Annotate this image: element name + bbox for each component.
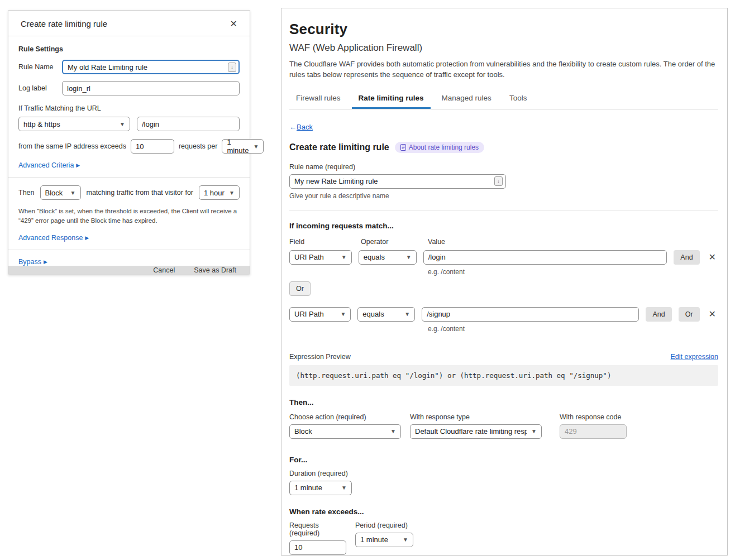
dialog-body: Rule Settings Rule Name ↓ Log label If T…: [8, 36, 250, 266]
chevron-down-icon: ▼: [406, 254, 412, 260]
then-heading: Then...: [289, 398, 718, 406]
choose-action-value: Block: [294, 427, 312, 435]
block-note: When “Block” is set, when the threshold …: [18, 207, 240, 226]
save-as-draft-button[interactable]: Save as Draft: [194, 266, 236, 274]
and-button[interactable]: And: [674, 250, 699, 265]
condition-row: URI Path ▼ equals ▼ And Or ✕: [289, 307, 718, 322]
rule-name-label: Rule Name: [18, 63, 62, 71]
triangle-right-icon: ▶: [76, 162, 80, 168]
bypass-link[interactable]: Bypass ▶: [18, 258, 47, 266]
or-button[interactable]: Or: [679, 307, 700, 322]
field-select[interactable]: URI Path ▼: [289, 307, 351, 322]
advanced-response-label: Advanced Response: [18, 234, 83, 242]
expression-preview-box: (http.request.uri.path eq "/login") or (…: [289, 365, 718, 386]
scheme-select[interactable]: http & https ▼: [18, 117, 130, 131]
operator-select-value: equals: [364, 253, 385, 261]
triangle-right-icon: ▶: [44, 259, 47, 265]
url-input[interactable]: [137, 117, 240, 131]
period-select[interactable]: 1 minute ▼: [222, 139, 264, 154]
field-column-label: Field: [289, 238, 354, 246]
dialog-title: Create rate limiting rule: [21, 19, 107, 28]
duration-value: 1 minute: [294, 484, 322, 492]
chevron-down-icon: ▼: [340, 311, 346, 317]
back-arrow-icon: ←: [289, 123, 297, 131]
response-type-value: Default Cloudflare rate limiting respons…: [415, 427, 527, 435]
action-select[interactable]: Block ▼: [40, 185, 81, 200]
rate-period-label: Period (required): [355, 521, 413, 529]
value-input[interactable]: [423, 250, 667, 265]
period-select-value: 1 minute: [227, 138, 249, 155]
block-duration-value: 1 hour: [204, 189, 225, 197]
operator-select[interactable]: equals ▼: [359, 250, 417, 265]
requests-threshold-input[interactable]: [131, 139, 174, 154]
divider: [289, 210, 718, 210]
tab-rate-limiting-rules[interactable]: Rate limiting rules: [352, 89, 431, 109]
security-waf-panel: Security WAF (Web Application Firewall) …: [281, 8, 728, 556]
rule-name-help: Give your rule a descriptive name: [289, 192, 718, 200]
or-connector-button[interactable]: Or: [289, 281, 311, 296]
about-rate-limiting-badge[interactable]: About rate limiting rules: [395, 142, 484, 153]
condition-row: URI Path ▼ equals ▼ And ✕: [289, 250, 718, 265]
cancel-button[interactable]: Cancel: [153, 266, 175, 274]
field-select-value: URI Path: [294, 310, 324, 318]
triangle-right-icon: ▶: [85, 235, 89, 241]
chevron-down-icon: ▼: [253, 143, 259, 150]
chevron-down-icon: ▼: [229, 190, 235, 196]
create-rule-heading: Create rate limiting rule: [289, 142, 389, 152]
back-link[interactable]: ←Back: [289, 123, 313, 131]
chevron-down-icon: ▼: [403, 537, 408, 543]
page-description: The Cloudflare WAF provides both automat…: [289, 59, 718, 80]
choose-action-label: Choose action (required): [289, 413, 401, 421]
operator-column-label: Operator: [361, 238, 421, 246]
divider: [8, 177, 250, 178]
expression-preview-label: Expression Preview: [289, 353, 351, 361]
rule-name-label: Rule name (required): [289, 163, 718, 171]
response-type-label: With response type: [410, 413, 542, 421]
choose-action-select[interactable]: Block ▼: [289, 424, 401, 439]
value-input[interactable]: [422, 307, 639, 322]
chevron-down-icon: ▼: [341, 485, 347, 491]
duration-select[interactable]: 1 minute ▼: [289, 481, 352, 495]
requests-input[interactable]: [289, 540, 346, 555]
tab-firewall-rules[interactable]: Firewall rules: [289, 89, 347, 109]
operator-select[interactable]: equals ▼: [357, 307, 415, 322]
rule-name-input[interactable]: [62, 60, 240, 74]
action-select-value: Block: [45, 189, 63, 197]
response-type-select[interactable]: Default Cloudflare rate limiting respons…: [410, 424, 542, 439]
value-hint: e.g. /content: [428, 268, 718, 276]
requests-per-label: requests per: [179, 142, 217, 150]
rate-period-select[interactable]: 1 minute ▼: [355, 533, 413, 547]
remove-condition-icon[interactable]: ✕: [707, 251, 718, 264]
block-duration-select[interactable]: 1 hour ▼: [199, 185, 240, 200]
waf-tabs: Firewall rules Rate limiting rules Manag…: [289, 89, 718, 109]
chevron-down-icon: ▼: [70, 190, 76, 196]
rule-name-input[interactable]: [289, 174, 506, 189]
tab-tools[interactable]: Tools: [503, 89, 534, 109]
divider: [8, 250, 250, 250]
value-hint: e.g. /content: [428, 325, 718, 333]
response-code-input: [560, 424, 627, 439]
edit-expression-link[interactable]: Edit expression: [671, 353, 718, 361]
log-label-input[interactable]: [62, 81, 240, 95]
advanced-criteria-link[interactable]: Advanced Criteria ▶: [18, 161, 80, 169]
back-label: Back: [297, 123, 313, 131]
matching-traffic-label: matching traffic from that visitor for: [87, 189, 194, 197]
then-label: Then: [18, 189, 35, 197]
advanced-criteria-label: Advanced Criteria: [18, 161, 74, 169]
tab-managed-rules[interactable]: Managed rules: [435, 89, 498, 109]
advanced-response-link[interactable]: Advanced Response ▶: [18, 234, 89, 242]
remove-condition-icon[interactable]: ✕: [707, 308, 718, 320]
close-icon[interactable]: ✕: [228, 17, 240, 30]
match-heading: If incoming requests match...: [289, 222, 718, 230]
and-button[interactable]: And: [646, 307, 671, 322]
duration-label: Duration (required): [289, 470, 718, 477]
chevron-down-icon: ▼: [390, 428, 396, 434]
chevron-down-icon: ▼: [120, 121, 125, 127]
page-subtitle: WAF (Web Application Firewall): [289, 42, 718, 54]
log-label-label: Log label: [18, 84, 62, 92]
chevron-down-icon: ▼: [404, 311, 410, 317]
rule-settings-heading: Rule Settings: [18, 45, 240, 53]
dialog-header: Create rate limiting rule ✕: [8, 11, 250, 36]
scheme-select-value: http & https: [23, 120, 60, 128]
field-select[interactable]: URI Path ▼: [289, 250, 352, 265]
